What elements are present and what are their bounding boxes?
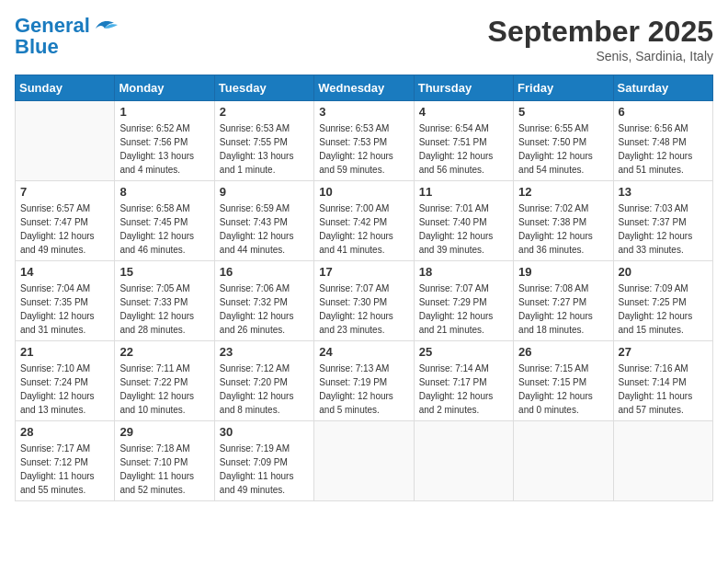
- sunrise-text: Sunrise: 7:06 AM: [220, 282, 309, 295]
- calendar-header-row: SundayMondayTuesdayWednesdayThursdayFrid…: [16, 75, 713, 101]
- calendar-cell: 13Sunrise: 7:03 AMSunset: 7:37 PMDayligh…: [613, 181, 712, 261]
- sunset-text: Sunset: 7:37 PM: [619, 215, 708, 229]
- day-number: 3: [319, 105, 408, 119]
- daylight-text: Daylight: 12 hours and 23 minutes.: [319, 309, 408, 337]
- sunrise-text: Sunrise: 6:54 AM: [419, 121, 508, 135]
- day-number: 26: [518, 345, 608, 359]
- cell-content: Sunrise: 6:54 AMSunset: 7:51 PMDaylight:…: [419, 121, 508, 177]
- cell-content: Sunrise: 6:53 AMSunset: 7:53 PMDaylight:…: [319, 121, 408, 177]
- daylight-text: Daylight: 12 hours and 59 minutes.: [319, 149, 408, 177]
- day-number: 12: [518, 185, 608, 199]
- day-number: 10: [319, 185, 408, 199]
- day-number: 9: [220, 185, 309, 199]
- sunset-text: Sunset: 7:20 PM: [220, 375, 309, 389]
- sunrise-text: Sunrise: 7:04 AM: [20, 282, 109, 295]
- sunset-text: Sunset: 7:40 PM: [419, 215, 508, 229]
- sunset-text: Sunset: 7:33 PM: [119, 295, 209, 309]
- daylight-text: Daylight: 12 hours and 51 minutes.: [619, 149, 708, 177]
- calendar-cell: 7Sunrise: 6:57 AMSunset: 7:47 PMDaylight…: [16, 181, 115, 261]
- daylight-text: Daylight: 12 hours and 8 minutes.: [220, 389, 309, 417]
- day-number: 25: [419, 345, 508, 359]
- cell-content: Sunrise: 6:55 AMSunset: 7:50 PMDaylight:…: [518, 121, 608, 177]
- day-number: 15: [119, 265, 209, 279]
- sunrise-text: Sunrise: 7:16 AM: [619, 362, 708, 375]
- day-number: 24: [319, 345, 408, 359]
- weekday-header: Wednesday: [314, 75, 414, 101]
- sunrise-text: Sunrise: 7:07 AM: [419, 282, 508, 295]
- day-number: 30: [220, 425, 309, 439]
- cell-content: Sunrise: 7:00 AMSunset: 7:42 PMDaylight:…: [319, 201, 408, 257]
- daylight-text: Daylight: 12 hours and 21 minutes.: [419, 309, 508, 337]
- sunset-text: Sunset: 7:50 PM: [518, 135, 608, 149]
- calendar-cell: 11Sunrise: 7:01 AMSunset: 7:40 PMDayligh…: [414, 181, 513, 261]
- title-block: September 2025 Senis, Sardinia, Italy: [488, 15, 713, 63]
- calendar-cell: 1Sunrise: 6:52 AMSunset: 7:56 PMDaylight…: [115, 101, 214, 181]
- calendar-cell: 27Sunrise: 7:16 AMSunset: 7:14 PMDayligh…: [613, 341, 712, 421]
- daylight-text: Daylight: 11 hours and 49 minutes.: [220, 469, 309, 497]
- daylight-text: Daylight: 12 hours and 31 minutes.: [20, 309, 109, 337]
- calendar-week-row: 7Sunrise: 6:57 AMSunset: 7:47 PMDaylight…: [16, 181, 713, 261]
- day-number: 18: [419, 265, 508, 279]
- day-number: 19: [518, 265, 608, 279]
- sunrise-text: Sunrise: 6:58 AM: [119, 201, 209, 215]
- calendar-week-row: 1Sunrise: 6:52 AMSunset: 7:56 PMDaylight…: [16, 101, 713, 181]
- cell-content: Sunrise: 7:15 AMSunset: 7:15 PMDaylight:…: [518, 362, 608, 417]
- sunset-text: Sunset: 7:14 PM: [619, 375, 708, 389]
- sunset-text: Sunset: 7:48 PM: [619, 135, 708, 149]
- cell-content: Sunrise: 7:14 AMSunset: 7:17 PMDaylight:…: [419, 362, 508, 417]
- day-number: 13: [619, 185, 708, 199]
- day-number: 21: [20, 345, 109, 359]
- day-number: 5: [518, 105, 608, 119]
- cell-content: Sunrise: 7:17 AMSunset: 7:12 PMDaylight:…: [20, 442, 109, 497]
- daylight-text: Daylight: 12 hours and 36 minutes.: [518, 229, 608, 257]
- sunrise-text: Sunrise: 6:52 AM: [119, 121, 209, 135]
- calendar-cell: 19Sunrise: 7:08 AMSunset: 7:27 PMDayligh…: [514, 261, 613, 341]
- daylight-text: Daylight: 12 hours and 46 minutes.: [119, 229, 209, 257]
- calendar-cell: 16Sunrise: 7:06 AMSunset: 7:32 PMDayligh…: [214, 261, 313, 341]
- day-number: 16: [220, 265, 309, 279]
- calendar-cell: 8Sunrise: 6:58 AMSunset: 7:45 PMDaylight…: [115, 181, 214, 261]
- day-number: 17: [319, 265, 408, 279]
- sunrise-text: Sunrise: 7:10 AM: [20, 362, 109, 375]
- calendar-cell: 30Sunrise: 7:19 AMSunset: 7:09 PMDayligh…: [214, 421, 313, 501]
- sunrise-text: Sunrise: 7:07 AM: [319, 282, 408, 295]
- daylight-text: Daylight: 12 hours and 18 minutes.: [518, 309, 608, 337]
- daylight-text: Daylight: 12 hours and 13 minutes.: [20, 389, 109, 417]
- day-number: 7: [20, 185, 109, 199]
- sunset-text: Sunset: 7:24 PM: [20, 375, 109, 389]
- calendar-cell: 15Sunrise: 7:05 AMSunset: 7:33 PMDayligh…: [115, 261, 214, 341]
- sunrise-text: Sunrise: 7:14 AM: [419, 362, 508, 375]
- calendar-cell: [613, 421, 712, 501]
- daylight-text: Daylight: 12 hours and 56 minutes.: [419, 149, 508, 177]
- logo-text: General: [15, 15, 90, 37]
- sunrise-text: Sunrise: 7:13 AM: [319, 362, 408, 375]
- day-number: 6: [619, 105, 708, 119]
- calendar-cell: 10Sunrise: 7:00 AMSunset: 7:42 PMDayligh…: [314, 181, 414, 261]
- daylight-text: Daylight: 12 hours and 28 minutes.: [119, 309, 209, 337]
- sunset-text: Sunset: 7:17 PM: [419, 375, 508, 389]
- sunrise-text: Sunrise: 7:03 AM: [619, 201, 708, 215]
- sunset-text: Sunset: 7:12 PM: [20, 455, 109, 469]
- sunset-text: Sunset: 7:38 PM: [518, 215, 608, 229]
- calendar-week-row: 28Sunrise: 7:17 AMSunset: 7:12 PMDayligh…: [16, 421, 713, 501]
- calendar-cell: 5Sunrise: 6:55 AMSunset: 7:50 PMDaylight…: [514, 101, 613, 181]
- daylight-text: Daylight: 12 hours and 2 minutes.: [419, 389, 508, 417]
- page-header: General Blue September 2025 Senis, Sardi…: [15, 15, 713, 63]
- day-number: 1: [119, 105, 209, 119]
- weekday-header: Monday: [115, 75, 214, 101]
- sunset-text: Sunset: 7:22 PM: [119, 375, 209, 389]
- sunrise-text: Sunrise: 7:11 AM: [119, 362, 209, 375]
- sunrise-text: Sunrise: 7:09 AM: [619, 282, 708, 295]
- cell-content: Sunrise: 7:02 AMSunset: 7:38 PMDaylight:…: [518, 201, 608, 257]
- calendar-cell: 25Sunrise: 7:14 AMSunset: 7:17 PMDayligh…: [414, 341, 513, 421]
- calendar-cell: 18Sunrise: 7:07 AMSunset: 7:29 PMDayligh…: [414, 261, 513, 341]
- calendar-cell: 20Sunrise: 7:09 AMSunset: 7:25 PMDayligh…: [613, 261, 712, 341]
- sunrise-text: Sunrise: 7:18 AM: [119, 442, 209, 455]
- daylight-text: Daylight: 12 hours and 41 minutes.: [319, 229, 408, 257]
- sunrise-text: Sunrise: 6:59 AM: [220, 201, 309, 215]
- day-number: 20: [619, 265, 708, 279]
- cell-content: Sunrise: 6:57 AMSunset: 7:47 PMDaylight:…: [20, 201, 109, 257]
- sunrise-text: Sunrise: 7:01 AM: [419, 201, 508, 215]
- sunrise-text: Sunrise: 7:08 AM: [518, 282, 608, 295]
- sunset-text: Sunset: 7:55 PM: [220, 135, 309, 149]
